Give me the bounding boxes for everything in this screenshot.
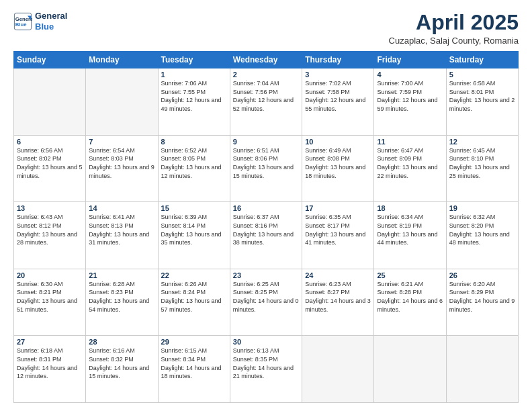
day-info: Sunrise: 6:18 AM Sunset: 8:31 PM Dayligh… bbox=[17, 347, 83, 380]
week-row-3: 13Sunrise: 6:43 AM Sunset: 8:12 PM Dayli… bbox=[14, 202, 519, 269]
day-number: 9 bbox=[233, 138, 299, 146]
day-number: 20 bbox=[17, 271, 83, 279]
week-row-4: 20Sunrise: 6:30 AM Sunset: 8:21 PM Dayli… bbox=[14, 269, 519, 336]
calendar-cell: 12Sunrise: 6:45 AM Sunset: 8:10 PM Dayli… bbox=[446, 135, 518, 202]
calendar-cell bbox=[86, 68, 158, 136]
calendar-cell: 20Sunrise: 6:30 AM Sunset: 8:21 PM Dayli… bbox=[14, 269, 86, 336]
calendar-cell: 10Sunrise: 6:49 AM Sunset: 8:08 PM Dayli… bbox=[302, 135, 374, 202]
day-number: 28 bbox=[89, 338, 154, 346]
calendar-cell: 25Sunrise: 6:21 AM Sunset: 8:28 PM Dayli… bbox=[374, 269, 446, 336]
day-info: Sunrise: 6:45 AM Sunset: 8:10 PM Dayligh… bbox=[449, 146, 515, 180]
calendar-cell: 4Sunrise: 7:00 AM Sunset: 7:59 PM Daylig… bbox=[374, 68, 446, 136]
day-info: Sunrise: 6:43 AM Sunset: 8:12 PM Dayligh… bbox=[17, 213, 83, 246]
day-info: Sunrise: 7:02 AM Sunset: 7:58 PM Dayligh… bbox=[305, 79, 371, 113]
day-number: 3 bbox=[305, 71, 371, 79]
day-info: Sunrise: 6:37 AM Sunset: 8:16 PM Dayligh… bbox=[233, 213, 299, 246]
svg-text:Blue: Blue bbox=[15, 21, 27, 28]
calendar-cell: 24Sunrise: 6:23 AM Sunset: 8:27 PM Dayli… bbox=[302, 269, 374, 336]
day-info: Sunrise: 6:32 AM Sunset: 8:20 PM Dayligh… bbox=[449, 213, 515, 246]
day-info: Sunrise: 6:30 AM Sunset: 8:21 PM Dayligh… bbox=[17, 280, 83, 314]
col-header-saturday: Saturday bbox=[446, 52, 518, 68]
calendar-cell: 19Sunrise: 6:32 AM Sunset: 8:20 PM Dayli… bbox=[446, 202, 518, 269]
day-info: Sunrise: 6:20 AM Sunset: 8:29 PM Dayligh… bbox=[449, 280, 515, 314]
day-number: 17 bbox=[305, 204, 371, 212]
month-title: April 2025 bbox=[389, 11, 519, 34]
week-row-1: 1Sunrise: 7:06 AM Sunset: 7:55 PM Daylig… bbox=[14, 68, 519, 136]
day-number: 21 bbox=[89, 271, 154, 279]
calendar-cell: 8Sunrise: 6:52 AM Sunset: 8:05 PM Daylig… bbox=[158, 135, 230, 202]
calendar-cell: 17Sunrise: 6:35 AM Sunset: 8:17 PM Dayli… bbox=[302, 202, 374, 269]
day-number: 4 bbox=[377, 71, 443, 79]
col-header-sunday: Sunday bbox=[14, 52, 86, 68]
day-info: Sunrise: 6:26 AM Sunset: 8:24 PM Dayligh… bbox=[161, 280, 227, 314]
day-number: 5 bbox=[449, 71, 515, 79]
day-info: Sunrise: 6:15 AM Sunset: 8:34 PM Dayligh… bbox=[161, 347, 227, 380]
day-number: 15 bbox=[161, 204, 227, 212]
day-number: 29 bbox=[161, 338, 227, 346]
day-number: 18 bbox=[377, 204, 443, 212]
day-info: Sunrise: 6:49 AM Sunset: 8:08 PM Dayligh… bbox=[305, 146, 371, 180]
day-info: Sunrise: 7:06 AM Sunset: 7:55 PM Dayligh… bbox=[161, 79, 227, 113]
day-info: Sunrise: 6:21 AM Sunset: 8:28 PM Dayligh… bbox=[377, 280, 443, 314]
calendar-cell: 26Sunrise: 6:20 AM Sunset: 8:29 PM Dayli… bbox=[446, 269, 518, 336]
calendar-cell: 30Sunrise: 6:13 AM Sunset: 8:35 PM Dayli… bbox=[230, 336, 302, 403]
day-number: 8 bbox=[161, 138, 227, 146]
calendar-cell: 7Sunrise: 6:54 AM Sunset: 8:03 PM Daylig… bbox=[86, 135, 158, 202]
day-number: 22 bbox=[161, 271, 227, 279]
day-info: Sunrise: 7:00 AM Sunset: 7:59 PM Dayligh… bbox=[377, 79, 443, 113]
calendar-cell: 2Sunrise: 7:04 AM Sunset: 7:56 PM Daylig… bbox=[230, 68, 302, 136]
calendar-cell: 6Sunrise: 6:56 AM Sunset: 8:02 PM Daylig… bbox=[14, 135, 86, 202]
header-row: SundayMondayTuesdayWednesdayThursdayFrid… bbox=[14, 52, 519, 68]
day-info: Sunrise: 6:41 AM Sunset: 8:13 PM Dayligh… bbox=[89, 213, 154, 246]
calendar-cell: 27Sunrise: 6:18 AM Sunset: 8:31 PM Dayli… bbox=[14, 336, 86, 403]
day-info: Sunrise: 6:16 AM Sunset: 8:32 PM Dayligh… bbox=[89, 347, 154, 380]
calendar-cell: 9Sunrise: 6:51 AM Sunset: 8:06 PM Daylig… bbox=[230, 135, 302, 202]
day-info: Sunrise: 6:39 AM Sunset: 8:14 PM Dayligh… bbox=[161, 213, 227, 246]
day-info: Sunrise: 7:04 AM Sunset: 7:56 PM Dayligh… bbox=[233, 79, 299, 113]
day-info: Sunrise: 6:47 AM Sunset: 8:09 PM Dayligh… bbox=[377, 146, 443, 180]
header: General Blue General Blue April 2025 Cuz… bbox=[13, 11, 519, 46]
logo-blue: Blue bbox=[35, 21, 67, 32]
day-number: 16 bbox=[233, 204, 299, 212]
calendar-cell: 15Sunrise: 6:39 AM Sunset: 8:14 PM Dayli… bbox=[158, 202, 230, 269]
calendar-cell bbox=[374, 336, 446, 403]
day-number: 25 bbox=[377, 271, 443, 279]
logo-icon: General Blue bbox=[13, 12, 32, 31]
day-info: Sunrise: 6:23 AM Sunset: 8:27 PM Dayligh… bbox=[305, 280, 371, 314]
day-info: Sunrise: 6:54 AM Sunset: 8:03 PM Dayligh… bbox=[89, 146, 154, 180]
day-number: 30 bbox=[233, 338, 299, 346]
page: General Blue General Blue April 2025 Cuz… bbox=[0, 0, 532, 411]
calendar-table: SundayMondayTuesdayWednesdayThursdayFrid… bbox=[13, 51, 519, 403]
day-number: 2 bbox=[233, 71, 299, 79]
calendar-cell: 23Sunrise: 6:25 AM Sunset: 8:25 PM Dayli… bbox=[230, 269, 302, 336]
day-number: 1 bbox=[161, 71, 227, 79]
day-number: 11 bbox=[377, 138, 443, 146]
day-number: 24 bbox=[305, 271, 371, 279]
calendar-cell: 13Sunrise: 6:43 AM Sunset: 8:12 PM Dayli… bbox=[14, 202, 86, 269]
day-number: 12 bbox=[449, 138, 515, 146]
calendar-cell: 21Sunrise: 6:28 AM Sunset: 8:23 PM Dayli… bbox=[86, 269, 158, 336]
calendar-cell: 18Sunrise: 6:34 AM Sunset: 8:19 PM Dayli… bbox=[374, 202, 446, 269]
col-header-thursday: Thursday bbox=[302, 52, 374, 68]
col-header-wednesday: Wednesday bbox=[230, 52, 302, 68]
location: Cuzaplac, Salaj County, Romania bbox=[389, 36, 519, 46]
day-info: Sunrise: 6:56 AM Sunset: 8:02 PM Dayligh… bbox=[17, 146, 83, 180]
col-header-tuesday: Tuesday bbox=[158, 52, 230, 68]
day-info: Sunrise: 6:28 AM Sunset: 8:23 PM Dayligh… bbox=[89, 280, 154, 314]
week-row-2: 6Sunrise: 6:56 AM Sunset: 8:02 PM Daylig… bbox=[14, 135, 519, 202]
day-info: Sunrise: 6:35 AM Sunset: 8:17 PM Dayligh… bbox=[305, 213, 371, 246]
day-info: Sunrise: 6:25 AM Sunset: 8:25 PM Dayligh… bbox=[233, 280, 299, 314]
col-header-monday: Monday bbox=[86, 52, 158, 68]
week-row-5: 27Sunrise: 6:18 AM Sunset: 8:31 PM Dayli… bbox=[14, 336, 519, 403]
calendar-cell: 16Sunrise: 6:37 AM Sunset: 8:16 PM Dayli… bbox=[230, 202, 302, 269]
calendar-cell: 29Sunrise: 6:15 AM Sunset: 8:34 PM Dayli… bbox=[158, 336, 230, 403]
calendar-cell: 3Sunrise: 7:02 AM Sunset: 7:58 PM Daylig… bbox=[302, 68, 374, 136]
day-info: Sunrise: 6:52 AM Sunset: 8:05 PM Dayligh… bbox=[161, 146, 227, 180]
calendar-cell bbox=[14, 68, 86, 136]
day-number: 6 bbox=[17, 138, 83, 146]
calendar-cell: 11Sunrise: 6:47 AM Sunset: 8:09 PM Dayli… bbox=[374, 135, 446, 202]
day-info: Sunrise: 6:13 AM Sunset: 8:35 PM Dayligh… bbox=[233, 347, 299, 380]
day-number: 19 bbox=[449, 204, 515, 212]
calendar-cell bbox=[302, 336, 374, 403]
day-number: 23 bbox=[233, 271, 299, 279]
